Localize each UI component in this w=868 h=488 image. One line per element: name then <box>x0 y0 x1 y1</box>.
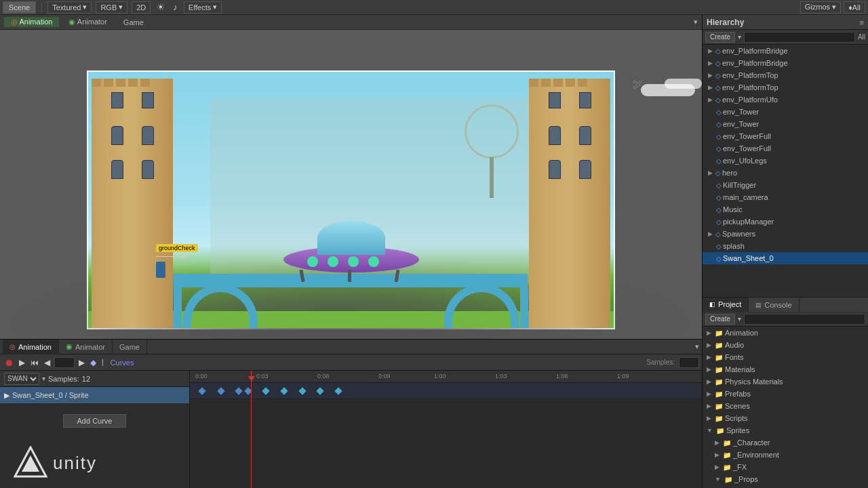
samples-input[interactable]: 12 <box>679 357 699 368</box>
keyframe-5[interactable] <box>262 387 269 394</box>
textured-dropdown[interactable]: Textured ▾ <box>47 1 92 14</box>
hierarchy-list: ▶ ◇ env_PlatformBridge ▶ ◇ env_PlatformB… <box>703 45 868 297</box>
hier-item-platformufo[interactable]: ▶ ◇ env_PlatformUfo <box>703 94 868 106</box>
proj-item-sprites[interactable]: ▼ 📁 Sprites <box>703 424 868 436</box>
samples-track-val: 12 <box>82 375 90 383</box>
proj-item-fx[interactable]: ▶ 📁 _FX <box>703 461 868 473</box>
keyframe-9[interactable] <box>334 387 342 394</box>
hier-item-tower2[interactable]: ◇ env_Tower <box>703 118 868 130</box>
play-btn[interactable]: ▶ <box>18 358 26 367</box>
battlements <box>92 79 173 87</box>
animation-tab[interactable]: ◎ Animation <box>4 17 59 27</box>
add-event-btn[interactable]: | <box>100 359 105 366</box>
scene-tab[interactable]: Scene <box>3 1 36 14</box>
folder-icon: 📁 <box>723 451 731 459</box>
animator-tab[interactable]: ◉ Animator <box>62 17 113 27</box>
hier-item-platform2[interactable]: ▶ ◇ env_PlatformBridge <box>703 57 868 69</box>
proj-item-audio[interactable]: ▶ 📁 Audio <box>703 339 868 351</box>
sun-icon[interactable]: ☀ <box>155 2 167 12</box>
keyframe-6[interactable] <box>280 387 288 394</box>
proj-item-environment[interactable]: ▶ 📁 _Environment <box>703 449 868 461</box>
folder-icon: 📁 <box>724 476 732 483</box>
time-input[interactable]: 3 <box>54 357 75 368</box>
anim-tabs: ◎ Animation ◉ Animator Game ▾ <box>0 340 702 354</box>
mode-2d-btn[interactable]: 2D <box>132 1 151 14</box>
hierarchy-section: Hierarchy ≡ Create ▾ All ▶ ◇ env_Platfor <box>703 15 868 297</box>
ruler-5: 1:03 <box>495 373 507 380</box>
keyframe-8[interactable] <box>316 387 323 394</box>
add-curve-btn[interactable]: Add Curve <box>63 414 127 428</box>
keyframe-7[interactable] <box>298 387 306 394</box>
all-layers-dropdown[interactable]: ♦All <box>844 1 865 14</box>
hier-item-maincamera[interactable]: ◇ main_camera <box>703 191 868 203</box>
hier-item-spawners[interactable]: ▶ ◇ Spawners <box>703 228 868 240</box>
proj-create-btn[interactable]: Create <box>705 314 735 325</box>
audio-icon[interactable]: ♪ <box>171 2 180 12</box>
proj-search-input[interactable] <box>744 314 865 325</box>
window-arch <box>142 126 154 145</box>
proj-item-prefabs[interactable]: ▶ 📁 Prefabs <box>703 388 868 400</box>
proj-cons-tabs: ◧ Project ▤ Console <box>703 297 868 312</box>
proj-item-animation[interactable]: ▶ 📁 Animation <box>703 327 868 339</box>
hier-item-platformtop2[interactable]: ▶ ◇ env_PlatformTop <box>703 81 868 94</box>
rgb-dropdown[interactable]: RGB ▾ <box>96 1 127 14</box>
hier-item-towerfull2[interactable]: ◇ env_TowerFull <box>703 142 868 155</box>
keyframe-2[interactable] <box>217 387 224 394</box>
hier-item-platformtop1[interactable]: ▶ ◇ env_PlatformTop <box>703 69 868 81</box>
anim-tab-animator[interactable]: ◉ Animator <box>59 340 113 354</box>
hier-item-splash[interactable]: ◇ splash <box>703 240 868 252</box>
anim-tab-animation[interactable]: ◎ Animation <box>3 340 59 354</box>
anim-panel-collapse[interactable]: ▾ <box>695 342 699 351</box>
hier-item-killtrigger[interactable]: ◇ KillTrigger <box>703 179 868 191</box>
proj-item-props[interactable]: ▼ 📁 _Props <box>703 473 868 485</box>
swan-clip-select[interactable]: SWAN <box>4 373 39 385</box>
hier-item-pickupmanager[interactable]: ◇ pickupManager <box>703 216 868 228</box>
gizmos-dropdown[interactable]: Gizmos ▾ <box>800 1 841 14</box>
hier-item-tower1[interactable]: ◇ env_Tower <box>703 106 868 118</box>
top-toolbar: Scene Textured ▾ RGB ▾ 2D ☀ ♪ Effects ▾ … <box>0 0 868 15</box>
ufo-dome <box>317 221 385 255</box>
proj-item-scenes[interactable]: ▶ 📁 Scenes <box>703 400 868 412</box>
proj-item-materials[interactable]: ▶ 📁 Materials <box>703 363 868 375</box>
record-btn[interactable]: ⏺ <box>3 357 15 368</box>
proj-item-bus-folder[interactable]: ▼ 📁 Bus <box>703 485 868 488</box>
console-tab[interactable]: ▤ Console <box>749 298 799 312</box>
window-arch <box>579 160 591 179</box>
right-panel: Hierarchy ≡ Create ▾ All ▶ ◇ env_Platfor <box>702 15 868 488</box>
proj-item-fonts[interactable]: ▶ 📁 Fonts <box>703 351 868 363</box>
folder-icon: 📁 <box>723 439 731 447</box>
hier-item-ufoLegs[interactable]: ◇ env_UfoLegs <box>703 155 868 167</box>
minimize-scene[interactable]: ▾ <box>694 18 698 26</box>
game-tab[interactable]: Game <box>117 18 151 27</box>
ufo-light-4 <box>368 256 379 267</box>
unity-text: unity <box>53 453 97 474</box>
character-area: groundCheck <box>156 244 198 278</box>
window-arch <box>549 126 561 145</box>
scene-area: ◎ Animation ◉ Animator Game ▾ <box>0 15 702 488</box>
proj-item-scripts[interactable]: ▶ 📁 Scripts <box>703 412 868 424</box>
hierarchy-menu-btn[interactable]: ≡ <box>860 18 864 26</box>
effects-dropdown[interactable]: Effects ▾ <box>184 1 222 14</box>
add-keyframe-btn[interactable]: ◆ <box>89 358 98 367</box>
animation-panel: ◎ Animation ◉ Animator Game ▾ <box>0 339 702 488</box>
proj-item-character[interactable]: ▶ 📁 _Character <box>703 436 868 449</box>
step-back-btn[interactable]: ⏮ <box>29 358 40 367</box>
curves-btn[interactable]: Curves <box>111 359 134 367</box>
gizmos-area: Gizmos ▾ ♦All <box>800 1 865 14</box>
project-tab[interactable]: ◧ Project <box>703 298 749 312</box>
hier-search-input[interactable] <box>744 32 855 43</box>
keyframe-3[interactable] <box>235 387 242 394</box>
hier-item-hero[interactable]: ▶ ◇ hero <box>703 167 868 179</box>
keyframe-1[interactable] <box>198 387 205 394</box>
hier-item-music[interactable]: ◇ Music <box>703 203 868 216</box>
proj-item-physicsmaterials[interactable]: ▶ 📁 Physics Materials <box>703 375 868 388</box>
hier-item-towerfull1[interactable]: ◇ env_TowerFull <box>703 130 868 142</box>
window <box>111 92 123 108</box>
frame-back-btn[interactable]: ◀ <box>43 358 52 367</box>
scene-header: ◎ Animation ◉ Animator Game ▾ <box>0 15 702 30</box>
hier-item-swansheet0[interactable]: ◇ Swan_Sheet_0 <box>703 252 868 264</box>
hier-item-platform1[interactable]: ▶ ◇ env_PlatformBridge <box>703 45 868 57</box>
hier-create-btn[interactable]: Create <box>705 32 735 43</box>
anim-tab-game[interactable]: Game <box>113 340 147 354</box>
frame-fwd-btn[interactable]: ▶ <box>77 358 86 367</box>
